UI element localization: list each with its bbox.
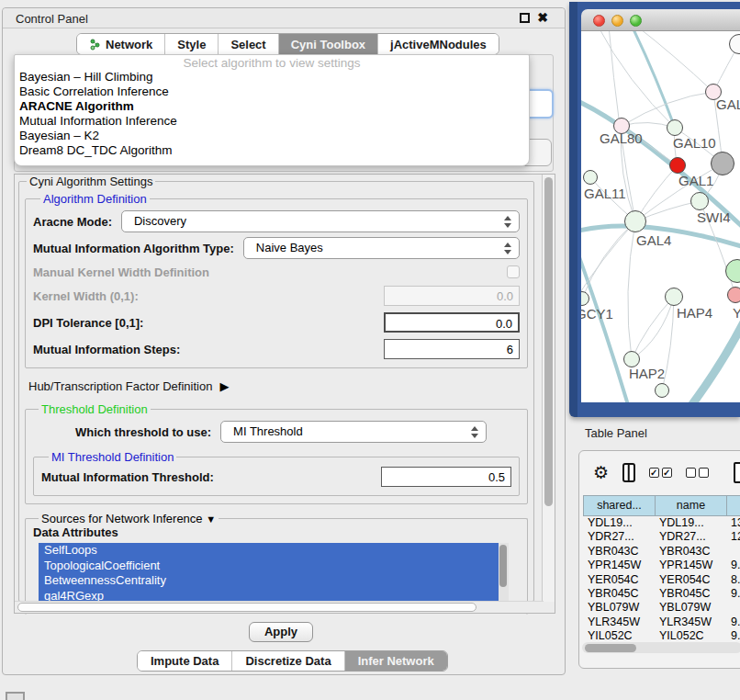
expand-right-icon: ▶ — [219, 379, 229, 393]
algorithm-option[interactable]: Bayesian – Hill Climbing — [15, 70, 529, 85]
network-node-gal11[interactable] — [583, 170, 598, 185]
table-cell[interactable]: 9. — [726, 587, 740, 601]
mi-steps-field[interactable]: 6 — [384, 339, 520, 359]
table-cell[interactable]: YBR045C — [655, 587, 726, 601]
table-cell[interactable]: YDL19... — [583, 516, 655, 530]
table-cell[interactable]: YBR043C — [655, 545, 726, 559]
table-cell[interactable]: YDR27... — [655, 530, 726, 544]
export-table-icon[interactable] — [734, 462, 740, 483]
table-cell[interactable]: YLR345W — [655, 615, 726, 629]
table-cell[interactable]: YER054C — [655, 573, 726, 587]
table-cell[interactable]: YLR345W — [583, 615, 655, 629]
algorithm-option[interactable]: Mutual Information Inference — [15, 114, 529, 129]
table-cell[interactable]: 8. — [726, 573, 740, 587]
column-header-name[interactable]: name — [655, 495, 726, 516]
gear-icon[interactable]: ⚙ — [593, 464, 609, 481]
kernel-width-field[interactable]: 0.0 — [384, 286, 520, 306]
table-row[interactable]: YBL079WYBL079W — [583, 601, 740, 615]
algorithm-option[interactable]: Bayesian – K2 — [15, 129, 529, 143]
algorithm-definition-group: Algorithm Definition Aracne Mode: Discov… — [25, 192, 528, 368]
minimized-panel-icon[interactable] — [6, 692, 25, 700]
tab-jactivemnodules[interactable]: jActiveMNodules — [378, 34, 499, 54]
algorithm-option[interactable]: ARACNE Algorithm — [15, 99, 529, 114]
table-cell[interactable]: 9. — [726, 615, 740, 629]
tab-select[interactable]: Select — [219, 34, 278, 54]
tab-network[interactable]: Network — [77, 34, 165, 54]
attributes-list-scrollbar[interactable] — [499, 543, 509, 605]
mi-threshold-label: Mutual Information Threshold: — [41, 470, 214, 484]
collapse-down-icon: ▼ — [206, 514, 216, 525]
sources-legend-label: Sources for Network Inference — [41, 512, 203, 525]
mi-algorithm-type-combo[interactable]: Naive Bayes — [243, 237, 520, 259]
attribute-list-item[interactable]: TopologicalCoefficient — [39, 559, 509, 574]
table-row[interactable]: YER054CYER054C8. — [583, 573, 740, 587]
network-node-gal1[interactable] — [669, 157, 686, 174]
table-row[interactable]: YBR045CYBR045C9. — [583, 587, 740, 601]
aracne-mode-combo[interactable]: Discovery — [121, 210, 520, 232]
hub-definition-toggle[interactable]: Hub/Transcription Factor Definition ▶ — [28, 379, 533, 393]
network-node[interactable] — [711, 152, 734, 175]
table-panel-window: ⚙ ✓✓ shared... name YDL19...YDL19...13YD… — [578, 450, 740, 669]
network-node-y[interactable] — [727, 287, 740, 303]
table-row[interactable]: YBR043CYBR043C — [583, 545, 740, 559]
dpi-tolerance-label: DPI Tolerance [0,1]: — [33, 316, 143, 330]
network-node[interactable] — [655, 383, 669, 398]
table-cell[interactable]: 13 — [726, 516, 740, 530]
table-cell[interactable]: YER054C — [583, 573, 655, 587]
table-cell[interactable] — [726, 545, 740, 559]
sources-toggle[interactable]: Sources for Network Inference ▼ — [39, 512, 219, 525]
network-canvas[interactable]: GALGAL80GAL10GAL1GAL11SWI4GAL4GCY1HAP4YH… — [581, 31, 740, 402]
table-row[interactable]: YDL19...YDL19...13 — [583, 516, 740, 530]
close-traffic-light[interactable] — [593, 15, 605, 27]
table-cell[interactable]: YDR27... — [583, 530, 655, 544]
tab-discretize-data[interactable]: Discretize Data — [232, 651, 344, 671]
tab-cyni-toolbox[interactable]: Cyni Toolbox — [279, 34, 378, 54]
manual-kernel-checkbox[interactable] — [507, 265, 520, 278]
table-cell[interactable]: 12 — [726, 530, 740, 544]
node-label: GAL — [716, 96, 740, 112]
mi-type-label: Mutual Information Algorithm Type: — [33, 242, 234, 255]
table-cell[interactable] — [726, 601, 740, 615]
table-cell[interactable]: YDL19... — [655, 516, 726, 530]
table-cell[interactable]: YPR145W — [655, 559, 726, 572]
network-node-gal4[interactable] — [624, 210, 646, 232]
mi-threshold-field[interactable]: 0.5 — [381, 467, 511, 487]
table-cell[interactable]: YBL079W — [583, 601, 655, 615]
network-node-hap4[interactable] — [665, 288, 683, 306]
table-cell[interactable]: YPR145W — [583, 559, 655, 572]
tab-impute-data[interactable]: Impute Data — [138, 651, 232, 671]
select-all-columns-icon[interactable]: ✓✓ — [649, 468, 672, 478]
columns-icon[interactable] — [622, 463, 635, 482]
column-header-shared-name[interactable]: shared... — [583, 495, 655, 516]
deselect-all-columns-icon[interactable] — [686, 468, 709, 478]
network-window-titlebar[interactable] — [581, 9, 740, 31]
node-label: HAP4 — [677, 305, 712, 321]
table-cell[interactable]: YBL079W — [655, 601, 726, 615]
control-panel-titlebar: Control Panel ✖ — [3, 8, 565, 28]
float-window-icon[interactable] — [520, 13, 530, 23]
dpi-tolerance-field[interactable]: 0.0 — [384, 312, 520, 333]
network-node-swi4[interactable] — [690, 192, 709, 210]
attribute-list-item[interactable]: SelfLoops — [39, 543, 509, 559]
tab-style[interactable]: Style — [165, 34, 219, 54]
table-horizontal-scrollbar[interactable] — [582, 642, 740, 653]
network-node-gal10[interactable] — [667, 119, 683, 136]
settings-vertical-scrollbar[interactable] — [542, 175, 555, 602]
close-icon[interactable]: ✖ — [537, 12, 548, 23]
tab-infer-network[interactable]: Infer Network — [345, 651, 447, 671]
table-row[interactable]: YPR145WYPR145W9. — [583, 559, 740, 572]
column-header-partial[interactable] — [726, 495, 740, 516]
algorithm-option[interactable]: Basic Correlation Inference — [15, 85, 529, 99]
algorithm-option[interactable]: Dream8 DC_TDC Algorithm — [15, 143, 529, 158]
attribute-list-item[interactable]: BetweennessCentrality — [39, 573, 509, 589]
zoom-traffic-light[interactable] — [630, 15, 642, 27]
settings-horizontal-scrollbar[interactable] — [15, 601, 544, 613]
apply-button[interactable]: Apply — [249, 622, 313, 642]
table-cell[interactable]: YBR043C — [583, 545, 655, 559]
table-row[interactable]: YDR27...YDR27...12 — [583, 530, 740, 544]
minimize-traffic-light[interactable] — [611, 15, 623, 27]
table-cell[interactable]: YBR045C — [583, 587, 655, 601]
table-cell[interactable]: 9. — [726, 559, 740, 572]
which-threshold-combo[interactable]: MI Threshold — [220, 421, 487, 443]
table-row[interactable]: YLR345WYLR345W9. — [583, 615, 740, 629]
